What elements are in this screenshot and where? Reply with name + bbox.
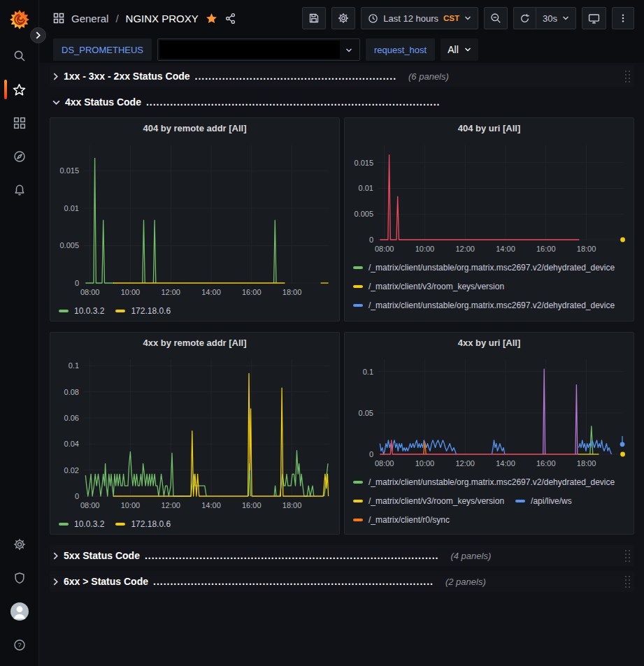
chart-legend: /_matrix/client/unstable/org.matrix.msc2… xyxy=(350,472,628,535)
sidebar-item-profile[interactable] xyxy=(0,595,38,628)
row-title: 4xx Status Code xyxy=(65,96,141,108)
zoom-out-icon xyxy=(490,13,501,24)
svg-text:10:00: 10:00 xyxy=(415,245,435,253)
row-4xx-status-code[interactable]: 4xx Status Code ........................… xyxy=(50,92,634,113)
legend-series-marker xyxy=(353,519,363,521)
svg-text:0.005: 0.005 xyxy=(354,210,373,218)
svg-text:12:00: 12:00 xyxy=(455,245,475,253)
save-icon xyxy=(308,13,320,24)
dashboard-body: 1xx - 3xx - 2xx Status Code ............… xyxy=(39,63,644,666)
svg-text:12:00: 12:00 xyxy=(161,288,180,296)
chevron-right-icon xyxy=(52,73,59,80)
legend-item[interactable]: 172.18.0.6 xyxy=(115,301,171,320)
legend-item[interactable]: /_matrix/client/r0/sync xyxy=(353,510,450,529)
dashboard-title[interactable]: NGINX PROXY xyxy=(126,13,199,24)
legend-series-label: /api/live/ws xyxy=(531,496,572,506)
panel-404-by-uri: 404 by uri [All] 08:0010:0012:0014:0016:… xyxy=(344,117,634,321)
svg-text:10:00: 10:00 xyxy=(121,288,141,296)
row-title-dots: ........................................… xyxy=(145,550,439,561)
timeseries-chart-4xx-by-remote-addr[interactable]: 08:0010:0012:0014:0016:0018:0000.020.040… xyxy=(56,352,335,514)
legend-series-marker xyxy=(115,523,125,526)
svg-text:14:00: 14:00 xyxy=(201,501,221,509)
legend-series-label: /_matrix/client/r0/sync xyxy=(368,515,450,525)
monitor-icon xyxy=(588,13,600,24)
svg-text:10:00: 10:00 xyxy=(415,459,435,468)
sidebar-item-explore[interactable] xyxy=(0,140,38,173)
sidebar: ? xyxy=(0,0,39,666)
svg-text:0: 0 xyxy=(369,450,373,458)
row-5xx-status-code[interactable]: 5xx Status Code ........................… xyxy=(50,545,634,566)
kiosk-mode-button[interactable] xyxy=(582,7,606,29)
variable-label-ds-prometheus: DS_PROMETHEUS xyxy=(53,38,152,61)
legend-series-label: 10.0.3.2 xyxy=(74,519,104,529)
row-drag-handle[interactable] xyxy=(623,69,631,84)
gear-icon xyxy=(338,13,349,24)
legend-item[interactable]: 10.0.3.2 xyxy=(59,301,104,320)
refresh-interval-label: 30s xyxy=(543,13,557,24)
timeseries-chart-404-by-remote-addr[interactable]: 08:0010:0012:0014:0016:0018:0000.0050.01… xyxy=(56,138,335,301)
row-1xx-3xx-2xx-status-code[interactable]: 1xx - 3xx - 2xx Status Code ............… xyxy=(50,66,634,87)
dashboard-settings-button[interactable] xyxy=(331,7,355,29)
favorite-star-icon[interactable] xyxy=(206,13,217,24)
svg-text:0.06: 0.06 xyxy=(64,414,79,422)
row-title-dots: ........................................… xyxy=(195,71,397,82)
sidebar-item-dashboards[interactable] xyxy=(0,106,38,140)
legend-item[interactable]: /_matrix/client/unstable/org.matrix.msc2… xyxy=(353,258,615,277)
refresh-button-group: 30s xyxy=(513,7,576,29)
legend-series-label: /sw.js xyxy=(531,319,551,322)
sidebar-item-alerting[interactable] xyxy=(0,173,38,207)
zoom-out-time-button[interactable] xyxy=(484,7,508,29)
row-6xx-status-code[interactable]: 6xx > Status Code ......................… xyxy=(50,571,634,592)
breadcrumb-folder[interactable]: General xyxy=(71,13,108,24)
variable-value-text: All xyxy=(448,44,459,55)
timeseries-chart-4xx-by-uri[interactable]: 08:0010:0012:0014:0016:0018:0000.050.1 xyxy=(350,352,629,472)
apps-grid-icon[interactable] xyxy=(53,13,64,24)
variable-value-ds-prometheus[interactable] xyxy=(157,38,360,61)
legend-series-label: /_matrix/client/v3/room_keys/version xyxy=(368,496,504,506)
row-title: 6xx > Status Code xyxy=(64,576,148,587)
sidebar-item-search[interactable] xyxy=(0,39,38,73)
legend-series-label: /_matrix/client/v3/room_keys/version xyxy=(368,282,504,291)
refresh-dashboard-button[interactable] xyxy=(513,7,536,29)
dashboards-grid-icon xyxy=(13,117,26,129)
panel-404-by-remote-addr: 404 by remote addr [All] 08:0010:0012:00… xyxy=(50,117,340,321)
legend-item[interactable]: /_matrix/client/unstable/org.matrix.msc2… xyxy=(353,296,615,314)
more-options-button[interactable] xyxy=(612,7,634,29)
gear-icon xyxy=(13,538,26,551)
panel-title[interactable]: 4xx by remote addr [All] xyxy=(56,333,334,352)
dashboard-variables-bar: DS_PROMETHEUS request_host All xyxy=(39,36,644,63)
legend-item[interactable]: 10.0.3.2 xyxy=(59,514,104,533)
chevron-down-icon xyxy=(464,15,471,21)
svg-text:0: 0 xyxy=(369,236,373,244)
legend-item[interactable]: /_matrix/client/unstable/org.matrix.msc2… xyxy=(353,472,615,491)
time-range-picker[interactable]: Last 12 hours CST xyxy=(361,7,478,29)
timeseries-chart-404-by-uri[interactable]: 08:0010:0012:0014:0016:0018:0000.0050.01… xyxy=(350,138,629,258)
legend-item[interactable]: /_matrix/client/unstable/org.matrix.msc2… xyxy=(353,529,615,535)
legend-item[interactable]: /sw.js xyxy=(515,314,551,321)
legend-item[interactable]: /_matrix/client/v3/room_keys/version xyxy=(353,491,504,510)
legend-item[interactable]: /api/live/ws xyxy=(515,491,572,510)
panel-4xx-by-remote-addr: 4xx by remote addr [All] 08:0010:0012:00… xyxy=(50,332,340,535)
row-title-dots: ........................................… xyxy=(146,96,441,108)
sidebar-item-configuration[interactable] xyxy=(0,528,38,561)
save-dashboard-button[interactable] xyxy=(302,7,326,29)
panel-title[interactable]: 404 by uri [All] xyxy=(350,118,628,138)
sidebar-item-starred[interactable] xyxy=(0,73,38,106)
sidebar-item-server-admin[interactable] xyxy=(0,561,38,595)
row-drag-handle[interactable] xyxy=(623,549,631,563)
variable-value-request-host[interactable]: All xyxy=(441,38,478,61)
row-title-dots: ........................................… xyxy=(153,576,434,587)
sidebar-item-help[interactable]: ? xyxy=(0,628,38,662)
panel-title[interactable]: 404 by remote addr [All] xyxy=(56,118,334,138)
legend-item[interactable]: /_matrix/client/v3/room_keys/version xyxy=(353,277,504,296)
legend-item[interactable]: /_matrix/client/v3/room_keys/version xyxy=(353,314,504,321)
legend-item[interactable]: 172.18.0.6 xyxy=(115,514,171,533)
refresh-interval-picker[interactable]: 30s xyxy=(536,7,576,29)
panel-title[interactable]: 4xx by uri [All] xyxy=(350,333,628,352)
share-icon[interactable] xyxy=(224,13,236,24)
sidebar-expand-button[interactable] xyxy=(30,27,46,43)
row-drag-handle[interactable] xyxy=(623,574,631,589)
svg-text:08:00: 08:00 xyxy=(375,459,394,468)
legend-series-label: /_matrix/client/unstable/org.matrix.msc2… xyxy=(368,301,615,310)
dashboard-toolbar: General / NGINX PROXY xyxy=(39,0,644,36)
